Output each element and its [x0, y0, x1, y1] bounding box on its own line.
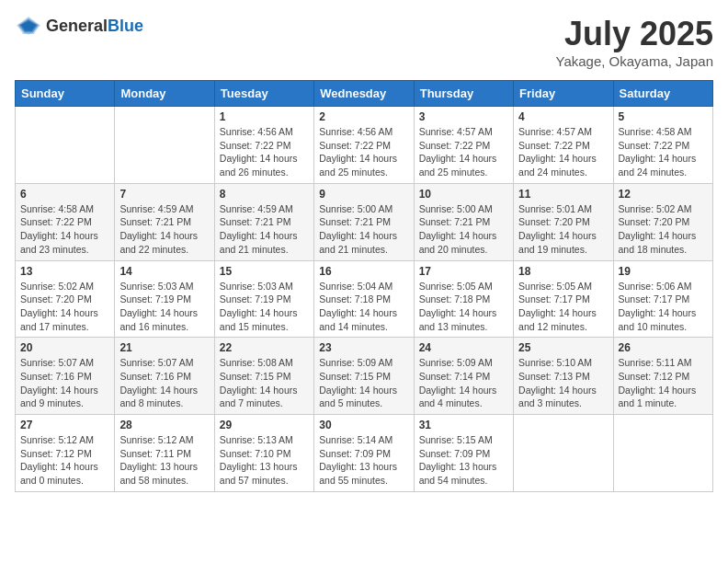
day-number: 24 [419, 341, 508, 354]
page-header: General Blue July 2025 Yakage, Okayama, … [15, 15, 713, 69]
calendar-cell [115, 107, 214, 184]
calendar-cell [16, 107, 115, 184]
day-number: 16 [319, 265, 408, 278]
logo-text: General Blue [46, 17, 143, 36]
day-number: 6 [20, 188, 109, 201]
weekday-header: Monday [115, 81, 214, 107]
calendar-cell: 29Sunrise: 5:13 AM Sunset: 7:10 PM Dayli… [214, 415, 313, 492]
calendar-week-row: 13Sunrise: 5:02 AM Sunset: 7:20 PM Dayli… [16, 260, 713, 338]
calendar-cell: 19Sunrise: 5:06 AM Sunset: 7:17 PM Dayli… [613, 260, 712, 338]
day-info: Sunrise: 5:13 AM Sunset: 7:10 PM Dayligh… [220, 433, 309, 488]
calendar-cell: 26Sunrise: 5:11 AM Sunset: 7:12 PM Dayli… [613, 338, 712, 415]
logo-icon [15, 15, 42, 37]
calendar-cell: 5Sunrise: 4:58 AM Sunset: 7:22 PM Daylig… [613, 107, 712, 184]
calendar-table: SundayMondayTuesdayWednesdayThursdayFrid… [15, 80, 713, 492]
day-number: 28 [119, 419, 209, 431]
day-info: Sunrise: 5:09 AM Sunset: 7:15 PM Dayligh… [319, 356, 408, 410]
day-number: 5 [619, 110, 708, 123]
day-number: 8 [220, 188, 309, 201]
day-number: 7 [119, 188, 209, 201]
calendar-cell: 10Sunrise: 5:00 AM Sunset: 7:21 PM Dayli… [414, 183, 513, 260]
weekday-header: Thursday [414, 81, 513, 107]
day-number: 17 [419, 265, 508, 278]
day-number: 4 [518, 110, 608, 123]
calendar-cell: 25Sunrise: 5:10 AM Sunset: 7:13 PM Dayli… [514, 338, 613, 415]
calendar-cell: 22Sunrise: 5:08 AM Sunset: 7:15 PM Dayli… [214, 338, 313, 415]
day-number: 14 [119, 265, 209, 278]
day-info: Sunrise: 5:14 AM Sunset: 7:09 PM Dayligh… [319, 433, 408, 488]
day-info: Sunrise: 4:56 AM Sunset: 7:22 PM Dayligh… [220, 125, 309, 179]
day-info: Sunrise: 5:15 AM Sunset: 7:09 PM Dayligh… [419, 433, 508, 488]
day-info: Sunrise: 5:02 AM Sunset: 7:20 PM Dayligh… [619, 202, 708, 257]
weekday-header: Sunday [16, 81, 115, 107]
day-number: 9 [319, 188, 408, 201]
calendar-cell: 2Sunrise: 4:56 AM Sunset: 7:22 PM Daylig… [314, 107, 414, 184]
weekday-header: Tuesday [214, 81, 313, 107]
weekday-header: Wednesday [314, 81, 414, 107]
calendar-cell: 28Sunrise: 5:12 AM Sunset: 7:11 PM Dayli… [115, 415, 214, 492]
day-number: 15 [220, 265, 309, 278]
day-number: 13 [20, 265, 109, 278]
calendar-cell: 18Sunrise: 5:05 AM Sunset: 7:17 PM Dayli… [514, 260, 613, 338]
day-info: Sunrise: 5:11 AM Sunset: 7:12 PM Dayligh… [619, 356, 708, 410]
day-info: Sunrise: 5:06 AM Sunset: 7:17 PM Dayligh… [619, 280, 708, 334]
calendar-cell: 24Sunrise: 5:09 AM Sunset: 7:14 PM Dayli… [414, 338, 513, 415]
day-info: Sunrise: 5:12 AM Sunset: 7:12 PM Dayligh… [20, 433, 109, 488]
weekday-header: Friday [514, 81, 613, 107]
day-info: Sunrise: 5:05 AM Sunset: 7:18 PM Dayligh… [419, 280, 508, 334]
calendar-cell: 9Sunrise: 5:00 AM Sunset: 7:21 PM Daylig… [314, 183, 414, 260]
day-number: 26 [619, 341, 708, 354]
logo: General Blue [15, 15, 143, 37]
calendar-week-row: 27Sunrise: 5:12 AM Sunset: 7:12 PM Dayli… [16, 415, 713, 492]
location-subtitle: Yakage, Okayama, Japan [556, 53, 714, 69]
weekday-header-row: SundayMondayTuesdayWednesdayThursdayFrid… [16, 81, 713, 107]
calendar-cell: 15Sunrise: 5:03 AM Sunset: 7:19 PM Dayli… [214, 260, 313, 338]
calendar-cell: 4Sunrise: 4:57 AM Sunset: 7:22 PM Daylig… [514, 107, 613, 184]
day-info: Sunrise: 5:03 AM Sunset: 7:19 PM Dayligh… [119, 280, 209, 334]
day-number: 18 [518, 265, 608, 278]
calendar-cell: 13Sunrise: 5:02 AM Sunset: 7:20 PM Dayli… [16, 260, 115, 338]
day-number: 12 [619, 188, 708, 201]
day-info: Sunrise: 4:57 AM Sunset: 7:22 PM Dayligh… [518, 125, 608, 179]
day-number: 25 [518, 341, 608, 354]
day-number: 20 [20, 341, 109, 354]
calendar-week-row: 20Sunrise: 5:07 AM Sunset: 7:16 PM Dayli… [16, 338, 713, 415]
day-number: 27 [20, 419, 109, 431]
calendar-cell: 12Sunrise: 5:02 AM Sunset: 7:20 PM Dayli… [613, 183, 712, 260]
month-year-title: July 2025 [556, 15, 714, 53]
calendar-cell: 20Sunrise: 5:07 AM Sunset: 7:16 PM Dayli… [16, 338, 115, 415]
day-info: Sunrise: 4:59 AM Sunset: 7:21 PM Dayligh… [220, 202, 309, 257]
day-info: Sunrise: 5:03 AM Sunset: 7:19 PM Dayligh… [220, 280, 309, 334]
day-number: 11 [518, 188, 608, 201]
day-info: Sunrise: 5:01 AM Sunset: 7:20 PM Dayligh… [518, 202, 608, 257]
calendar-cell: 23Sunrise: 5:09 AM Sunset: 7:15 PM Dayli… [314, 338, 414, 415]
day-number: 23 [319, 341, 408, 354]
day-info: Sunrise: 5:09 AM Sunset: 7:14 PM Dayligh… [419, 356, 508, 410]
calendar-cell: 14Sunrise: 5:03 AM Sunset: 7:19 PM Dayli… [115, 260, 214, 338]
day-info: Sunrise: 4:59 AM Sunset: 7:21 PM Dayligh… [119, 202, 209, 257]
day-info: Sunrise: 5:08 AM Sunset: 7:15 PM Dayligh… [220, 356, 309, 410]
calendar-week-row: 6Sunrise: 4:58 AM Sunset: 7:22 PM Daylig… [16, 183, 713, 260]
day-number: 2 [319, 110, 408, 123]
day-info: Sunrise: 5:04 AM Sunset: 7:18 PM Dayligh… [319, 280, 408, 334]
day-info: Sunrise: 5:00 AM Sunset: 7:21 PM Dayligh… [419, 202, 508, 257]
day-info: Sunrise: 5:07 AM Sunset: 7:16 PM Dayligh… [20, 356, 109, 410]
day-number: 3 [419, 110, 508, 123]
day-info: Sunrise: 4:58 AM Sunset: 7:22 PM Dayligh… [619, 125, 708, 179]
day-number: 31 [419, 419, 508, 431]
calendar-cell: 6Sunrise: 4:58 AM Sunset: 7:22 PM Daylig… [16, 183, 115, 260]
calendar-cell: 31Sunrise: 5:15 AM Sunset: 7:09 PM Dayli… [414, 415, 513, 492]
calendar-cell: 11Sunrise: 5:01 AM Sunset: 7:20 PM Dayli… [514, 183, 613, 260]
day-info: Sunrise: 4:56 AM Sunset: 7:22 PM Dayligh… [319, 125, 408, 179]
calendar-cell: 7Sunrise: 4:59 AM Sunset: 7:21 PM Daylig… [115, 183, 214, 260]
day-number: 1 [220, 110, 309, 123]
calendar-cell [613, 415, 712, 492]
title-block: July 2025 Yakage, Okayama, Japan [556, 15, 714, 69]
day-info: Sunrise: 5:02 AM Sunset: 7:20 PM Dayligh… [20, 280, 109, 334]
day-info: Sunrise: 4:58 AM Sunset: 7:22 PM Dayligh… [20, 202, 109, 257]
day-number: 29 [220, 419, 309, 431]
calendar-cell: 21Sunrise: 5:07 AM Sunset: 7:16 PM Dayli… [115, 338, 214, 415]
day-info: Sunrise: 5:07 AM Sunset: 7:16 PM Dayligh… [119, 356, 209, 410]
day-number: 30 [319, 419, 408, 431]
calendar-week-row: 1Sunrise: 4:56 AM Sunset: 7:22 PM Daylig… [16, 107, 713, 184]
